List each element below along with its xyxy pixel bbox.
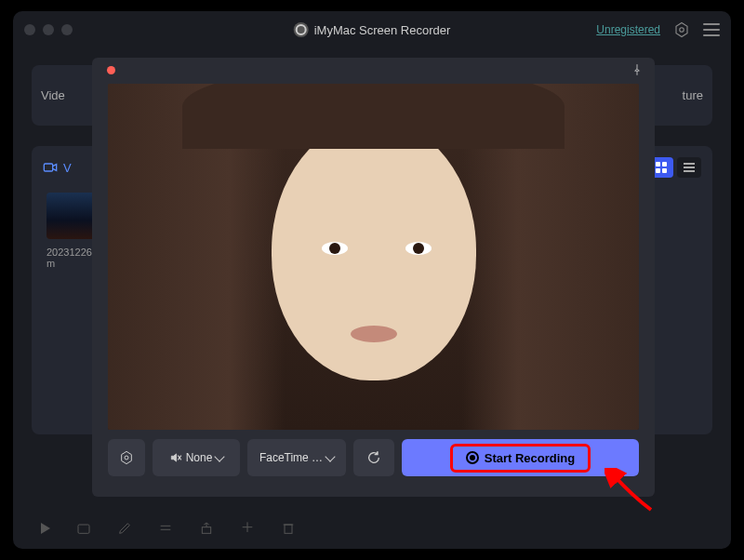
traffic-lights [24,24,73,35]
minimize-window-button[interactable] [43,24,54,35]
camera-source-label: FaceTime … [259,451,323,464]
svg-rect-3 [78,525,89,533]
folder-icon[interactable] [76,521,91,536]
pin-icon[interactable] [631,63,644,76]
delete-icon[interactable] [281,521,296,536]
app-title: iMyMac Screen Recorder [294,22,451,37]
chevron-down-icon [325,451,335,461]
titlebar-right: Unregistered [596,21,720,38]
titlebar: iMyMac Screen Recorder Unregistered [13,11,731,48]
maximize-window-button[interactable] [61,24,73,35]
camera-icon [43,161,58,174]
unregistered-link[interactable]: Unregistered [596,23,660,36]
camera-preview [108,84,639,430]
svg-rect-8 [285,525,292,533]
edit-icon[interactable] [117,521,132,536]
recording-indicator-icon [107,66,115,74]
refresh-icon [366,450,381,465]
gear-icon [119,450,134,465]
svg-point-11 [125,456,128,460]
modal-settings-button[interactable] [108,439,145,476]
audio-source-dropdown[interactable]: None [153,439,240,476]
settings-icon[interactable] [673,21,690,38]
highlight-annotation: Start Recording [450,444,591,473]
app-logo-icon [294,22,309,37]
refresh-button[interactable] [353,439,394,476]
svg-rect-6 [202,527,210,534]
record-icon [466,451,479,464]
svg-rect-2 [44,164,52,171]
close-window-button[interactable] [24,24,35,35]
view-toggles [649,157,701,178]
svg-marker-0 [676,23,687,37]
modal-titlebar [92,58,655,82]
speaker-muted-icon [169,451,182,464]
app-title-text: iMyMac Screen Recorder [314,23,451,37]
start-recording-label: Start Recording [485,451,576,465]
audio-source-label: None [186,451,213,464]
compress-icon[interactable] [240,521,255,536]
grid-icon [656,162,667,173]
start-recording-button[interactable]: Start Recording [402,439,639,476]
modal-toolbar: None FaceTime … Start Recording [92,439,655,487]
list-view-button[interactable] [677,157,701,178]
list-icon [684,163,695,172]
svg-marker-10 [122,451,132,463]
share-icon[interactable] [199,521,214,536]
section-label: V [63,161,72,175]
chevron-down-icon [215,451,225,461]
rename-icon[interactable] [158,521,173,536]
webcam-modal: None FaceTime … Start Recording [92,58,655,497]
menu-icon[interactable] [703,23,720,36]
svg-point-1 [680,28,684,33]
play-icon[interactable] [41,523,50,534]
camera-source-dropdown[interactable]: FaceTime … [247,439,346,476]
bottom-toolbar [41,521,296,536]
